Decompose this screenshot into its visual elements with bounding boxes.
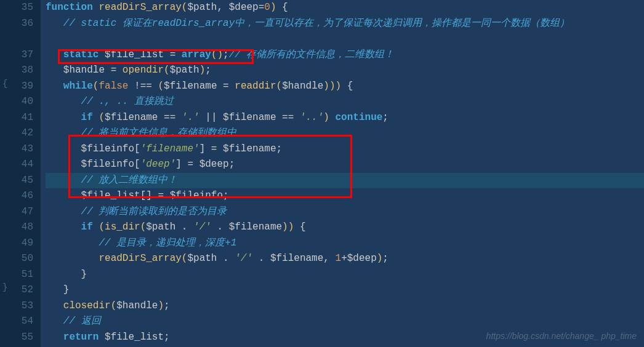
token-num: 0 bbox=[264, 2, 270, 13]
token-op bbox=[46, 190, 81, 201]
code-line[interactable]: $fileinfo['deep'] = $deep; bbox=[46, 157, 644, 173]
code-line[interactable]: function readDirS_array($path, $deep=0) … bbox=[46, 0, 644, 16]
token-var: $filename bbox=[164, 81, 223, 92]
code-line[interactable]: // ., .. 直接跳过 bbox=[46, 94, 644, 110]
line-number: 46 bbox=[0, 188, 33, 204]
token-var: $filename bbox=[105, 112, 164, 123]
token-var: $fileinfo bbox=[170, 190, 223, 201]
token-paren: ( bbox=[164, 65, 170, 76]
line-number: 43 bbox=[0, 142, 33, 158]
code-line[interactable]: $fileinfo['filename'] = $filename; bbox=[46, 142, 644, 158]
token-paren: () bbox=[211, 49, 223, 60]
code-line[interactable]: } bbox=[46, 282, 644, 298]
code-line[interactable]: readDirS_array($path . '/' . $filename, … bbox=[46, 251, 644, 267]
bracket-indicator: { bbox=[2, 79, 7, 89]
token-op bbox=[46, 81, 63, 92]
code-line[interactable] bbox=[46, 31, 644, 47]
code-line[interactable]: // 判断当前读取到的是否为目录 bbox=[46, 204, 644, 220]
token-str: '.' bbox=[182, 112, 199, 123]
token-op bbox=[46, 316, 63, 327]
code-line[interactable]: $handle = opendir($path); bbox=[46, 63, 644, 79]
token-fn-name: closedir bbox=[63, 300, 111, 311]
token-op bbox=[46, 253, 99, 264]
token-brace: { bbox=[300, 221, 306, 233]
line-number: 55 bbox=[0, 330, 33, 346]
token-op bbox=[46, 143, 81, 154]
token-var: $filename bbox=[229, 221, 282, 233]
token-kw: if bbox=[81, 221, 99, 233]
token-op bbox=[46, 221, 81, 233]
line-number: 36 bbox=[0, 16, 33, 32]
token-kw: if bbox=[81, 112, 99, 123]
token-var: $path bbox=[146, 221, 182, 233]
token-op: , bbox=[323, 253, 335, 264]
token-op: ; bbox=[223, 190, 229, 201]
code-line[interactable]: // 将当前文件信息，存储到数组中 bbox=[46, 126, 644, 142]
line-number: 51 bbox=[0, 267, 33, 283]
token-paren: ) bbox=[377, 253, 383, 264]
line-number: 38 bbox=[0, 63, 33, 79]
token-op bbox=[46, 49, 63, 60]
token-kw: while bbox=[63, 81, 93, 92]
code-content[interactable]: function readDirS_array($path, $deep=0) … bbox=[41, 0, 644, 347]
token-fn-name: opendir bbox=[123, 65, 164, 76]
code-line[interactable]: // 是目录，递归处理，深度+1 bbox=[46, 236, 644, 252]
token-var: $handle bbox=[116, 300, 158, 311]
token-op: ; bbox=[382, 112, 388, 123]
token-op bbox=[46, 175, 81, 186]
token-kw: return bbox=[63, 332, 105, 343]
token-var: $filename bbox=[223, 143, 276, 154]
line-number: 37 bbox=[0, 47, 33, 63]
token-op: [ bbox=[134, 159, 140, 170]
token-op: = bbox=[259, 2, 265, 13]
token-op bbox=[46, 284, 63, 295]
token-op: ; bbox=[276, 143, 282, 154]
code-line[interactable]: $file_list[] = $fileinfo; bbox=[46, 188, 644, 204]
token-kw: continue bbox=[336, 112, 383, 123]
token-num: 1 bbox=[336, 253, 342, 264]
token-comment: // 判断当前读取到的是否为目录 bbox=[81, 206, 227, 217]
token-op: [ bbox=[134, 143, 140, 154]
token-comment: // 存储所有的文件信息，二维数组！ bbox=[229, 49, 395, 60]
token-comment: // 放入二维数组中！ bbox=[81, 175, 178, 186]
token-op: ; bbox=[229, 159, 235, 170]
code-line[interactable]: if (is_dir($path . '/' . $filename)) { bbox=[46, 220, 644, 236]
token-op bbox=[46, 18, 63, 29]
line-number: 47 bbox=[0, 204, 33, 220]
token-op: = bbox=[111, 65, 123, 76]
token-op: ; bbox=[164, 300, 170, 311]
code-line[interactable]: closedir($handle); bbox=[46, 298, 644, 314]
token-var: $path bbox=[187, 253, 223, 264]
token-var: $path bbox=[187, 2, 217, 13]
token-op bbox=[46, 65, 63, 76]
code-line[interactable]: // 放入二维数组中！ bbox=[46, 173, 644, 189]
token-op: ; bbox=[205, 65, 211, 76]
token-comment: // 返回 bbox=[63, 316, 101, 327]
code-line[interactable]: static $file_list = array();// 存储所有的文件信息… bbox=[46, 47, 644, 63]
code-line[interactable]: // 返回 bbox=[46, 314, 644, 330]
token-var: $file_list bbox=[81, 190, 140, 201]
token-paren: ( bbox=[276, 81, 283, 92]
code-line[interactable]: } bbox=[46, 267, 644, 283]
token-op: = bbox=[223, 81, 235, 92]
token-op: . bbox=[211, 221, 229, 233]
token-var: $deep bbox=[347, 253, 377, 264]
token-op: !== bbox=[128, 81, 158, 92]
line-number: 44 bbox=[0, 157, 33, 173]
token-op bbox=[46, 269, 81, 280]
token-fn-name: is_dir bbox=[105, 221, 140, 233]
token-var: $file_list bbox=[105, 332, 164, 343]
token-comment: // 是目录，递归处理，深度+1 bbox=[99, 237, 236, 249]
token-brace: } bbox=[63, 284, 70, 295]
token-paren: ) bbox=[158, 300, 164, 311]
token-paren: ( bbox=[158, 81, 164, 92]
token-kw: static bbox=[63, 49, 105, 60]
token-var: $fileinfo bbox=[81, 143, 134, 154]
token-comment: // 将当前文件信息，存储到数组中 bbox=[81, 127, 237, 138]
code-line[interactable]: // static 保证在readDirs_array中，一直可以存在，为了保证… bbox=[46, 16, 644, 32]
code-line[interactable]: while(false !== ($filename = readdir($ha… bbox=[46, 79, 644, 95]
code-line[interactable]: if ($filename == '.' || $filename == '..… bbox=[46, 110, 644, 126]
token-fn-name: readDirS_array bbox=[99, 2, 181, 13]
code-editor[interactable]: 35363738{39404142434445464748495051}5253… bbox=[0, 0, 644, 347]
token-op bbox=[46, 159, 81, 170]
